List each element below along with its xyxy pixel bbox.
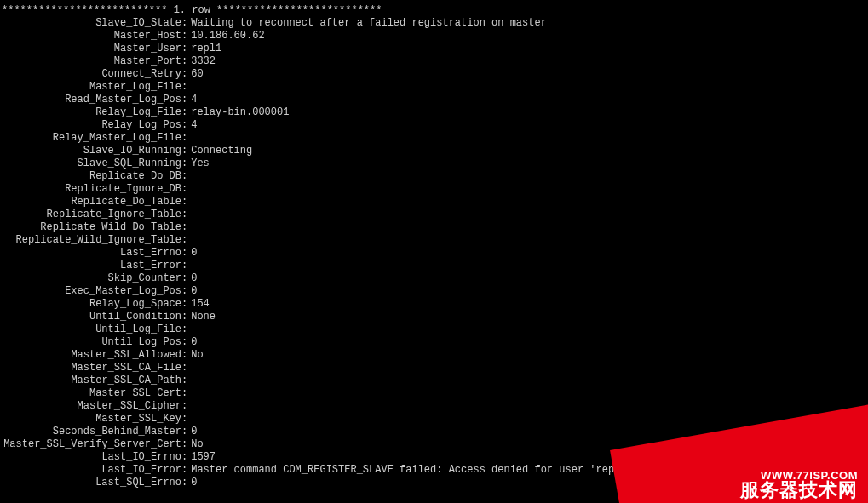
- field-label: Last_IO_Error: [0, 464, 181, 477]
- field-label: Slave_IO_Running: [0, 145, 181, 157]
- field-value: 4: [187, 119, 197, 131]
- field-label: Master_User: [0, 43, 181, 55]
- status-line: Replicate_Wild_Ignore_Table:: [0, 234, 868, 247]
- status-line: Master_SSL_Allowed:No: [0, 349, 868, 362]
- field-label: Master_SSL_Cert: [0, 387, 181, 400]
- field-label: Slave_IO_State: [0, 17, 181, 30]
- field-value: [187, 170, 191, 182]
- status-line: Master_SSL_CA_Path:: [0, 374, 868, 387]
- field-value: [187, 400, 191, 412]
- status-line: Master_Log_File:: [0, 81, 868, 94]
- field-value: No: [187, 349, 203, 361]
- field-label: Replicate_Ignore_DB: [0, 183, 181, 196]
- field-value: 0: [187, 336, 197, 348]
- field-value: 154: [187, 298, 210, 310]
- field-value: Waiting to reconnect after a failed regi…: [187, 17, 547, 29]
- field-value: None: [187, 311, 216, 323]
- status-line: Last_IO_Error:Master command COM_REGISTE…: [0, 464, 868, 477]
- field-value: [187, 132, 191, 144]
- field-value: [187, 362, 191, 374]
- field-label: Master_SSL_Key: [0, 413, 181, 426]
- status-line: Replicate_Do_DB:: [0, 170, 868, 183]
- field-label: Replicate_Ignore_Table: [0, 209, 181, 221]
- status-line: Master_SSL_Verify_Server_Cert:No: [0, 438, 868, 451]
- field-label: Last_SQL_Errno: [0, 477, 181, 489]
- field-label: Relay_Log_Pos: [0, 119, 181, 132]
- field-label: Last_Error: [0, 260, 181, 272]
- field-value: [187, 323, 191, 335]
- field-value: Connecting: [187, 145, 252, 157]
- field-label: Exec_Master_Log_Pos: [0, 285, 181, 298]
- field-value: [187, 413, 191, 425]
- field-value: [187, 196, 191, 208]
- field-label: Master_SSL_Verify_Server_Cert: [0, 438, 181, 451]
- status-line: Relay_Log_File:relay-bin.000001: [0, 106, 868, 119]
- field-label: Last_Errno: [0, 247, 181, 260]
- status-line: Master_Host:10.186.60.62: [0, 30, 868, 43]
- status-line: Master_SSL_Key:: [0, 413, 868, 426]
- field-value: [187, 183, 191, 195]
- field-label: Master_SSL_CA_Path: [0, 374, 181, 387]
- status-line: Exec_Master_Log_Pos:0: [0, 285, 868, 298]
- row-header: *************************** 1. row *****…: [0, 4, 868, 17]
- field-value: 3332: [187, 55, 216, 67]
- status-line: Last_SQL_Errno:0: [0, 477, 868, 489]
- field-label: Read_Master_Log_Pos: [0, 94, 181, 106]
- field-value: relay-bin.000001: [187, 106, 289, 118]
- field-value: No: [187, 438, 203, 450]
- field-label: Relay_Log_File: [0, 106, 181, 119]
- status-line: Replicate_Wild_Do_Table:: [0, 221, 868, 234]
- field-label: Replicate_Wild_Do_Table: [0, 221, 181, 234]
- field-value: 60: [187, 68, 203, 80]
- field-value: repl1: [187, 43, 221, 54]
- field-label: Master_Port: [0, 55, 181, 68]
- field-label: Master_SSL_Cipher: [0, 400, 181, 413]
- field-value: 10.186.60.62: [187, 30, 264, 42]
- status-line: Connect_Retry:60: [0, 68, 868, 81]
- status-line: Last_Error:: [0, 260, 868, 272]
- status-line: Master_Port:3332: [0, 55, 868, 68]
- status-line: Replicate_Ignore_Table:: [0, 209, 868, 221]
- field-value: [187, 387, 191, 399]
- field-value: 0: [187, 247, 197, 259]
- status-line: Slave_IO_State:Waiting to reconnect afte…: [0, 17, 868, 30]
- status-line: Relay_Master_Log_File:: [0, 132, 868, 145]
- status-line: Relay_Log_Pos:4: [0, 119, 868, 132]
- field-value: 0: [187, 285, 197, 297]
- field-value: 0: [187, 426, 197, 437]
- field-label: Until_Log_File: [0, 323, 181, 336]
- status-line: Until_Log_Pos:0: [0, 336, 868, 349]
- terminal-output: *************************** 1. row *****…: [0, 4, 868, 489]
- field-label: Skip_Counter: [0, 272, 181, 285]
- field-label: Replicate_Do_DB: [0, 170, 181, 183]
- status-line: Slave_IO_Running:Connecting: [0, 145, 868, 157]
- field-label: Replicate_Wild_Ignore_Table: [0, 234, 181, 247]
- field-label: Master_Log_File: [0, 81, 181, 94]
- field-value: [187, 81, 191, 93]
- field-value: [187, 209, 191, 220]
- field-label: Replicate_Do_Table: [0, 196, 181, 209]
- field-value: 0: [187, 272, 197, 284]
- status-line: Slave_SQL_Running:Yes: [0, 157, 868, 170]
- status-line: Master_SSL_Cert:: [0, 387, 868, 400]
- field-value: 1597: [187, 451, 216, 463]
- field-label: Slave_SQL_Running: [0, 157, 181, 170]
- field-value: Yes: [187, 157, 210, 169]
- field-value: 0: [187, 477, 197, 489]
- status-line: Last_Errno:0: [0, 247, 868, 260]
- field-label: Master_SSL_Allowed: [0, 349, 181, 362]
- status-line: Relay_Log_Space:154: [0, 298, 868, 311]
- field-value: [187, 221, 191, 233]
- field-label: Master_SSL_CA_File: [0, 362, 181, 374]
- field-label: Master_Host: [0, 30, 181, 43]
- field-value: [187, 374, 191, 386]
- status-line: Master_User:repl1: [0, 43, 868, 55]
- status-line: Until_Log_File:: [0, 323, 868, 336]
- field-label: Last_IO_Errno: [0, 451, 181, 464]
- field-label: Seconds_Behind_Master: [0, 426, 181, 438]
- status-line: Replicate_Ignore_DB:: [0, 183, 868, 196]
- status-line: Skip_Counter:0: [0, 272, 868, 285]
- field-label: Connect_Retry: [0, 68, 181, 81]
- field-value: 4: [187, 94, 197, 106]
- field-value: [187, 260, 191, 272]
